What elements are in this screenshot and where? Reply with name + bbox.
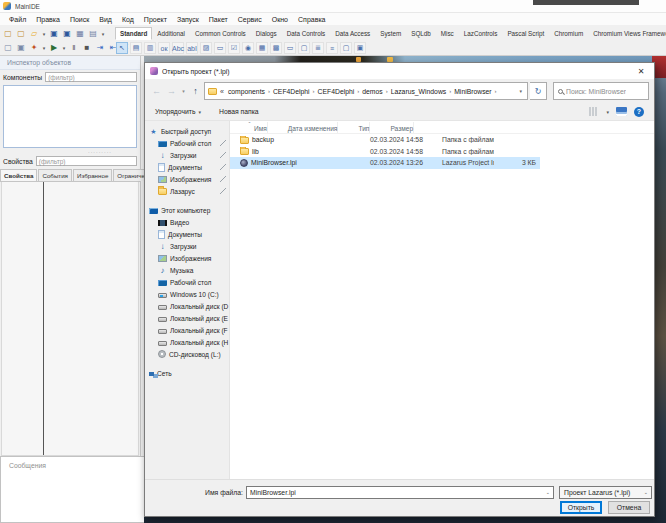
menu-item[interactable]: Файл [4,15,31,24]
breadcrumb-item[interactable]: CEF4Delphi › [316,88,361,95]
toolbar-button-icon[interactable]: ▾ [41,42,47,54]
menu-item[interactable]: Поиск [65,15,94,24]
inspector-tab[interactable]: События [38,169,72,181]
sidebar-item[interactable]: Сеть [145,367,229,379]
palette-tab[interactable]: Data Access [330,27,375,40]
palette-tab[interactable]: Common Controls [190,27,251,40]
palette-tab[interactable]: System [375,27,406,40]
toolbar-button-icon[interactable]: ⇥ [94,42,106,54]
up-icon[interactable]: ↑ [189,84,202,98]
palette-component-icon[interactable]: ▣ [354,42,366,54]
sidebar-item[interactable]: Документы [145,161,229,173]
column-header[interactable]: Тип [338,122,370,133]
menu-item[interactable]: Проект [139,15,172,24]
palette-component-icon[interactable]: ▢ [340,42,352,54]
palette-component-icon[interactable]: ▦ [256,42,268,54]
sidebar-item[interactable]: Изображения [145,252,229,264]
menu-item[interactable]: Код [117,15,139,24]
inspector-tab[interactable]: Свойства [0,169,37,181]
palette-component-icon[interactable]: ▤ [130,42,142,54]
sidebar-item[interactable]: Загрузки [145,149,229,161]
toolbar-button-icon[interactable]: ✦ [28,42,40,54]
palette-tab[interactable]: Misc [436,27,459,40]
search-input[interactable]: Поиск: MiniBrowser [553,82,649,100]
toolbar-button-icon[interactable]: ▢ [2,42,14,54]
inspector-tab[interactable]: Избранное [73,169,112,181]
breadcrumb-item[interactable]: components › [226,88,271,95]
palette-component-icon[interactable]: Abc [172,42,184,54]
sidebar-item[interactable]: Быстрый доступ [145,125,229,137]
palette-component-icon[interactable]: ↖ [116,42,128,54]
chevron-down-icon[interactable]: ▾ [516,88,525,94]
palette-component-icon[interactable]: ▢ [298,42,310,54]
sidebar-item[interactable]: Локальный диск (H [145,336,229,348]
sidebar-item[interactable]: Загрузки [145,240,229,252]
menu-item[interactable]: Вид [94,15,117,24]
palette-tab[interactable]: LazControls [459,27,503,40]
menu-item[interactable]: Окно [267,15,293,24]
toolbar-button-icon[interactable]: ▶ [48,42,60,54]
chevron-down-icon[interactable]: ▾ [606,109,609,115]
palette-component-icon[interactable]: ☑ [228,42,240,54]
view-list-icon[interactable] [589,107,599,116]
breadcrumb-item[interactable]: CEF4Delphi › [271,88,316,95]
cancel-button[interactable]: Отмена [608,501,650,514]
palette-component-icon[interactable]: ок [158,42,170,54]
file-row[interactable]: MiniBrowser.lpi 02.03.2024 13:26 Lazarus… [230,157,540,169]
component-tree[interactable] [3,85,137,148]
menu-item[interactable]: Сервис [233,15,267,24]
breadcrumb[interactable]: « components › CEF4Delphi › CEF4Delphi [204,82,528,100]
palette-component-icon[interactable]: ≡ [326,42,338,54]
dialog-titlebar[interactable]: Открыть проект (*.lpi) ✕ [145,63,654,79]
palette-tab[interactable]: Additional [152,27,190,40]
sidebar-item[interactable]: Рабочий стол [145,137,229,149]
toolbar-button-icon[interactable]: ▤ [87,28,99,40]
sidebar-item[interactable]: Документы [145,228,229,240]
filename-combo[interactable]: MiniBrowser.lpi ⌄ [246,486,554,499]
sidebar-item[interactable]: Лазарус [145,185,229,197]
sidebar-item[interactable]: Windows 10 (C:) [145,288,229,300]
sidebar-item[interactable]: Изображения [145,173,229,185]
menu-item[interactable]: Запуск [172,15,204,24]
palette-component-icon[interactable]: ▨ [200,42,212,54]
column-header[interactable]: Размер [370,122,414,133]
palette-tab[interactable]: Standard [115,27,152,40]
toolbar-button-icon[interactable]: ▾ [41,28,47,40]
back-icon[interactable]: ← [150,84,163,98]
sidebar-item[interactable]: Локальный диск (E [145,312,229,324]
palette-component-icon[interactable]: ≣ [312,42,324,54]
toolbar-button-icon[interactable]: ■ [81,42,93,54]
breadcrumb-overflow[interactable]: « [220,88,224,95]
column-header[interactable]: Дата изменения [268,122,339,133]
palette-tab[interactable]: SQLdb [406,27,436,40]
file-row[interactable]: lib 02.03.2024 14:58 Папка с файлами [230,146,540,158]
refresh-icon[interactable]: ↻ [530,82,547,100]
palette-tab[interactable]: Chromium [549,27,588,40]
palette-tab[interactable]: Data Controls [282,27,331,40]
toolbar-button-icon[interactable]: ▾ [61,42,67,54]
sidebar-item[interactable]: Рабочий стол [145,276,229,288]
breadcrumb-item[interactable]: demos › [360,88,388,95]
palette-tab[interactable]: Chromium Views Framework [588,27,666,40]
sidebar-item[interactable]: Музыка [145,264,229,276]
toolbar-button-icon[interactable]: ▣ [48,28,60,40]
sidebar-item[interactable]: CD-дисковод (L:) [145,348,229,360]
palette-component-icon[interactable]: ▩ [270,42,282,54]
view-details-icon[interactable] [616,107,627,116]
toolbar-button-icon[interactable]: ▦ [74,28,86,40]
history-dropdown-icon[interactable]: ▾ [180,84,187,98]
toolbar-button-icon[interactable]: ▣ [61,28,73,40]
column-header[interactable]: Имя [230,122,268,133]
organize-button[interactable]: Упорядочить ▾ [155,108,201,115]
menu-item[interactable]: Правка [31,15,65,24]
palette-component-icon[interactable]: abI [186,42,198,54]
toolbar-button-icon[interactable]: ▾ [100,28,106,40]
toolbar-button-icon[interactable]: ▢ [2,28,14,40]
sidebar-item[interactable]: Этот компьютер [145,204,229,216]
open-button[interactable]: Открыть [560,501,602,514]
palette-component-icon[interactable]: ▥ [144,42,156,54]
file-row[interactable]: backup 02.03.2024 14:58 Папка с файлами [230,134,540,146]
palette-component-icon[interactable]: ◉ [242,42,254,54]
toolbar-button-icon[interactable]: ▣ [15,42,27,54]
breadcrumb-item[interactable]: Lazarus_Windows › [389,88,453,95]
